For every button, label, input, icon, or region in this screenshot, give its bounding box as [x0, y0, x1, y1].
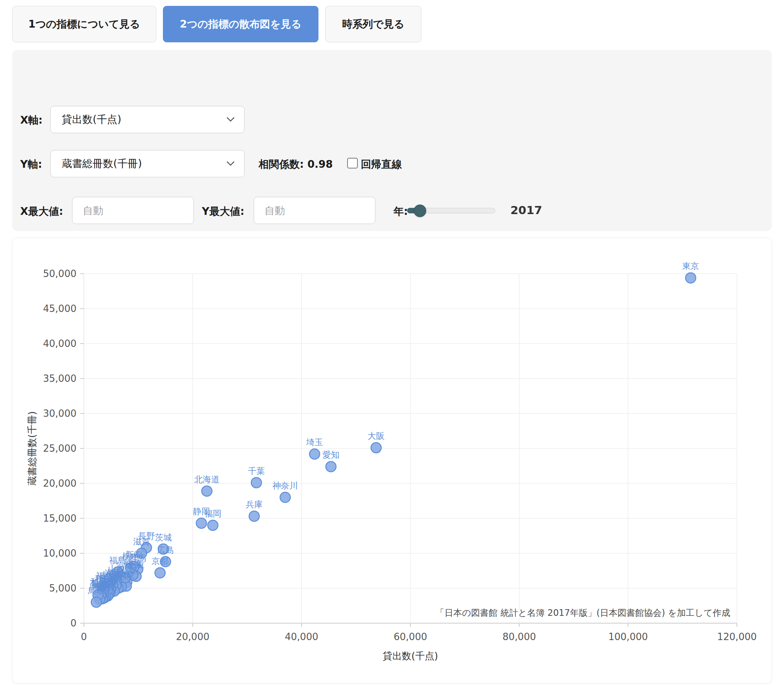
y-axis-select-value: 蔵書総冊数(千冊) — [51, 157, 227, 171]
x-axis-title: 貸出数(千点) — [383, 650, 438, 661]
x-tick-label: 40,000 — [285, 631, 318, 642]
scatter-point[interactable] — [249, 511, 259, 521]
point-label: 東京 — [682, 261, 699, 271]
y-axis-select[interactable]: 蔵書総冊数(千冊) — [50, 150, 245, 177]
x-max-label: X最大値: — [20, 205, 63, 219]
chevron-down-icon — [227, 161, 235, 166]
controls-panel: X軸: 貸出数(千点) Y軸: 蔵書総冊数(千冊) 相関係数: 0.98 回帰直… — [12, 50, 772, 231]
tab-scatter[interactable]: 2つの指標の散布図を見る — [163, 6, 318, 42]
tab-timeseries[interactable]: 時系列で見る — [325, 6, 422, 42]
x-axis-label: X軸: — [20, 113, 43, 127]
correlation-text: 相関係数: 0.98 — [259, 157, 333, 172]
chart-container: 05,00010,00015,00020,00025,00030,00035,0… — [12, 237, 772, 683]
y-tick-label: 30,000 — [43, 408, 76, 419]
y-tick-label: 40,000 — [43, 338, 76, 349]
x-tick-label: 120,000 — [717, 631, 757, 642]
point-label: 京都 — [152, 556, 168, 566]
point-label: 茨城 — [155, 533, 172, 542]
point-label: 大阪 — [368, 431, 385, 441]
tab-label: 1つの指標について見る — [28, 17, 140, 31]
y-tick-label: 20,000 — [43, 478, 76, 489]
y-tick-label: 25,000 — [43, 443, 76, 454]
tab-label: 時系列で見る — [342, 17, 404, 31]
y-tick-label: 35,000 — [43, 373, 76, 384]
point-label: 千葉 — [248, 466, 265, 476]
y-tick-label: 15,000 — [43, 513, 76, 524]
year-value: 2017 — [511, 203, 542, 217]
scatter-point[interactable] — [251, 477, 262, 488]
y-tick-label: 5,000 — [49, 583, 76, 594]
point-label: 埼玉 — [306, 437, 323, 447]
point-label: 広島 — [157, 545, 174, 555]
y-tick-label: 45,000 — [43, 303, 76, 314]
tab-label: 2つの指標の散布図を見る — [180, 17, 301, 31]
x-tick-label: 0 — [81, 631, 87, 642]
point-label: 滋賀 — [133, 537, 150, 546]
point-label: 神奈川 — [272, 481, 298, 490]
tab-single-indicator[interactable]: 1つの指標について見る — [12, 6, 156, 42]
point-label: 静岡 — [193, 506, 210, 516]
scatter-point[interactable] — [685, 272, 696, 283]
scatter-point[interactable] — [371, 442, 381, 453]
point-label: 北海道 — [194, 475, 219, 484]
scatter-point[interactable] — [208, 520, 218, 531]
point-label: 鳥取 — [87, 585, 105, 595]
y-max-input[interactable] — [254, 197, 376, 224]
x-tick-label: 100,000 — [608, 631, 648, 642]
scatter-point[interactable] — [326, 461, 336, 472]
x-axis-select-value: 貸出数(千点) — [51, 112, 227, 127]
x-tick-label: 20,000 — [176, 631, 209, 642]
y-max-label: Y最大値: — [202, 205, 244, 219]
y-tick-label: 10,000 — [43, 548, 76, 559]
x-max-input[interactable] — [72, 197, 194, 224]
scatter-point[interactable] — [280, 492, 290, 503]
correlation-value: 0.98 — [307, 158, 333, 170]
x-tick-label: 80,000 — [503, 631, 536, 642]
year-slider-thumb[interactable] — [414, 205, 426, 217]
correlation-label: 相関係数: — [259, 158, 304, 170]
scatter-svg: 05,00010,00015,00020,00025,00030,00035,0… — [13, 238, 771, 683]
point-label: 兵庫 — [245, 500, 263, 509]
regression-checkbox[interactable] — [347, 158, 358, 168]
y-axis-title: 蔵書総冊数(千冊) — [26, 411, 38, 486]
scatter-point[interactable] — [310, 449, 320, 459]
point-label: 愛知 — [323, 450, 339, 460]
scatter-point[interactable] — [201, 486, 212, 496]
y-tick-label: 0 — [70, 618, 76, 629]
scatter-point[interactable] — [196, 518, 207, 528]
x-axis-select[interactable]: 貸出数(千点) — [50, 106, 245, 133]
chevron-down-icon — [227, 117, 235, 122]
scatter-point[interactable] — [155, 567, 165, 578]
regression-label: 回帰直線 — [361, 157, 402, 172]
y-axis-label: Y軸: — [20, 157, 42, 172]
scatter-point[interactable] — [91, 597, 102, 607]
chart-attribution: 「日本の図書館 統計と名簿 2017年版」(日本図書館協会) を加工して作成 — [435, 608, 730, 618]
x-tick-label: 60,000 — [394, 631, 427, 642]
year-label: 年: — [394, 205, 408, 219]
y-tick-label: 50,000 — [43, 268, 76, 279]
